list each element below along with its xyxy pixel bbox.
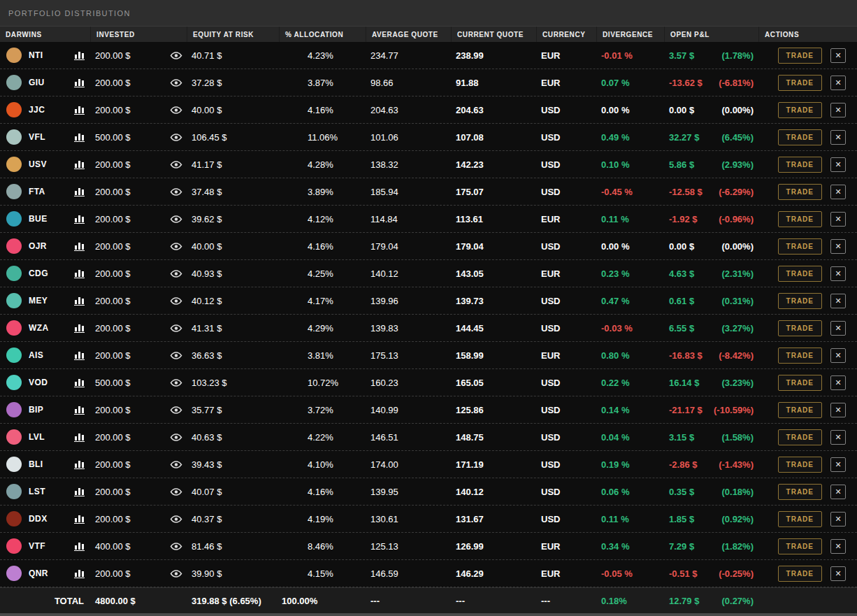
trade-button[interactable]: TRADE bbox=[778, 102, 822, 118]
visibility-cell bbox=[165, 324, 187, 332]
bar-chart-icon[interactable] bbox=[74, 296, 85, 306]
bar-chart-icon[interactable] bbox=[74, 432, 85, 442]
eye-icon[interactable] bbox=[170, 215, 182, 223]
eye-icon[interactable] bbox=[170, 434, 182, 441]
bar-chart-icon[interactable] bbox=[74, 405, 85, 415]
trade-button[interactable]: TRADE bbox=[778, 511, 822, 527]
visibility-cell bbox=[165, 161, 187, 169]
eye-icon[interactable] bbox=[170, 188, 182, 196]
close-position-button[interactable]: ✕ bbox=[830, 430, 846, 445]
bar-chart-icon[interactable] bbox=[74, 541, 85, 551]
bar-chart-icon[interactable] bbox=[74, 105, 85, 115]
close-position-button[interactable]: ✕ bbox=[830, 321, 846, 336]
trade-button[interactable]: TRADE bbox=[778, 429, 822, 445]
horizontal-scrollbar[interactable] bbox=[0, 613, 857, 616]
close-position-button[interactable]: ✕ bbox=[830, 457, 846, 472]
eye-icon[interactable] bbox=[170, 461, 182, 468]
bar-chart-icon[interactable] bbox=[74, 323, 85, 333]
eye-icon[interactable] bbox=[170, 379, 182, 387]
bar-chart-icon[interactable] bbox=[74, 214, 85, 224]
trade-button[interactable]: TRADE bbox=[778, 266, 822, 282]
close-position-button[interactable]: ✕ bbox=[830, 294, 846, 308]
trade-button[interactable]: TRADE bbox=[778, 484, 822, 500]
bar-chart-icon[interactable] bbox=[74, 132, 85, 142]
trade-button[interactable]: TRADE bbox=[778, 320, 822, 336]
bar-chart-icon[interactable] bbox=[74, 514, 85, 524]
bar-chart-icon[interactable] bbox=[74, 378, 85, 387]
close-position-button[interactable]: ✕ bbox=[830, 103, 846, 117]
close-position-button[interactable]: ✕ bbox=[830, 76, 846, 90]
trade-button[interactable]: TRADE bbox=[778, 538, 822, 554]
allocation-value: 4.28% bbox=[308, 159, 366, 170]
eye-icon[interactable] bbox=[170, 52, 182, 59]
allocation-value: 11.06% bbox=[308, 132, 366, 143]
table-row: QNR 200.00 $ 39.90 $ bbox=[0, 560, 857, 587]
chart-cell bbox=[67, 268, 91, 278]
eye-icon[interactable] bbox=[170, 297, 182, 305]
eye-icon[interactable] bbox=[170, 352, 182, 359]
eye-icon[interactable] bbox=[170, 324, 182, 332]
eye-icon[interactable] bbox=[170, 134, 182, 141]
trade-button[interactable]: TRADE bbox=[778, 375, 822, 391]
eye-icon[interactable] bbox=[170, 79, 182, 87]
bar-chart-icon[interactable] bbox=[74, 187, 85, 196]
eye-icon[interactable] bbox=[170, 515, 182, 523]
eye-icon[interactable] bbox=[170, 161, 182, 169]
bar-chart-icon[interactable] bbox=[74, 487, 85, 496]
bar-chart-icon[interactable] bbox=[74, 268, 85, 278]
trade-button[interactable]: TRADE bbox=[778, 348, 822, 364]
trade-button[interactable]: TRADE bbox=[778, 75, 822, 91]
bar-chart-icon[interactable] bbox=[74, 50, 85, 60]
trade-button[interactable]: TRADE bbox=[778, 184, 822, 200]
eye-icon[interactable] bbox=[170, 570, 182, 578]
bar-chart-icon[interactable] bbox=[74, 241, 85, 251]
bar-chart-icon[interactable] bbox=[74, 78, 85, 87]
currency-value: USD bbox=[537, 132, 597, 143]
bar-chart-icon[interactable] bbox=[74, 350, 85, 360]
trade-button[interactable]: TRADE bbox=[778, 129, 822, 145]
trade-button[interactable]: TRADE bbox=[778, 157, 822, 173]
eye-icon[interactable] bbox=[170, 243, 182, 250]
close-position-button[interactable]: ✕ bbox=[830, 157, 846, 172]
close-position-button[interactable]: ✕ bbox=[830, 485, 846, 499]
close-position-button[interactable]: ✕ bbox=[830, 48, 846, 63]
eye-icon[interactable] bbox=[170, 270, 182, 278]
close-position-button[interactable]: ✕ bbox=[830, 239, 846, 254]
bar-chart-icon[interactable] bbox=[74, 459, 85, 469]
trade-button[interactable]: TRADE bbox=[778, 211, 822, 227]
actions-cell: TRADE ✕ bbox=[759, 157, 857, 173]
eye-icon[interactable] bbox=[170, 543, 182, 550]
trade-button[interactable]: TRADE bbox=[778, 402, 822, 418]
trade-button[interactable]: TRADE bbox=[778, 293, 822, 309]
close-position-button[interactable]: ✕ bbox=[830, 348, 846, 363]
allocation-value: 4.15% bbox=[308, 568, 366, 579]
eye-icon[interactable] bbox=[170, 406, 182, 414]
darwin-cell: LST bbox=[0, 484, 67, 499]
close-position-button[interactable]: ✕ bbox=[830, 185, 846, 199]
close-position-button[interactable]: ✕ bbox=[830, 539, 846, 554]
trade-button[interactable]: TRADE bbox=[778, 48, 822, 64]
close-position-button[interactable]: ✕ bbox=[830, 130, 846, 145]
trade-button[interactable]: TRADE bbox=[778, 566, 822, 582]
equity-at-risk-value: 40.37 $ bbox=[187, 514, 280, 524]
close-position-button[interactable]: ✕ bbox=[830, 266, 846, 281]
open-pnl-percent: (0.92%) bbox=[714, 514, 759, 524]
footer-total-label: TOTAL bbox=[0, 596, 91, 606]
bar-chart-icon[interactable] bbox=[74, 159, 85, 169]
darwin-name: OJR bbox=[29, 241, 47, 251]
bar-chart-icon[interactable] bbox=[74, 568, 85, 578]
close-position-button[interactable]: ✕ bbox=[830, 212, 846, 227]
eye-icon[interactable] bbox=[170, 106, 182, 114]
trade-button[interactable]: TRADE bbox=[778, 238, 822, 255]
close-position-button[interactable]: ✕ bbox=[830, 403, 846, 417]
table-row: FTA 200.00 $ 37.48 $ bbox=[0, 178, 857, 206]
actions-cell: TRADE ✕ bbox=[759, 484, 857, 500]
close-position-button[interactable]: ✕ bbox=[830, 512, 846, 527]
darwin-name: LST bbox=[29, 487, 45, 496]
actions-cell: TRADE ✕ bbox=[759, 102, 857, 118]
avatar bbox=[6, 184, 22, 199]
eye-icon[interactable] bbox=[170, 488, 182, 496]
close-position-button[interactable]: ✕ bbox=[830, 566, 846, 581]
close-position-button[interactable]: ✕ bbox=[830, 375, 846, 390]
trade-button[interactable]: TRADE bbox=[778, 457, 822, 473]
